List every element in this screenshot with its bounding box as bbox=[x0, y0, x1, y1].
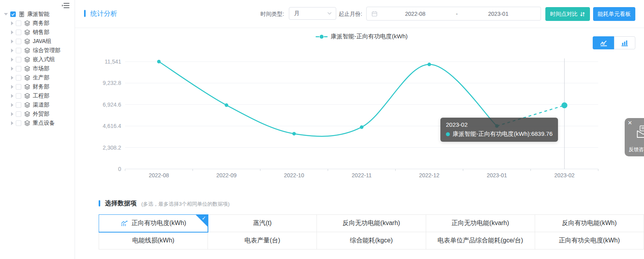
caret-right-icon[interactable] bbox=[11, 49, 13, 53]
data-item-label: 蒸汽(t) bbox=[253, 219, 271, 227]
tree-node[interactable]: 重点设备 bbox=[0, 118, 75, 128]
layers-icon bbox=[24, 75, 30, 81]
caret-right-icon[interactable] bbox=[11, 67, 13, 71]
tree-node-root[interactable]: 康派智能 bbox=[0, 9, 75, 19]
checkbox-unchecked[interactable] bbox=[16, 84, 21, 90]
data-point-2022-10[interactable] bbox=[292, 132, 296, 135]
data-item-cell[interactable]: 反向有功电能(kWh) bbox=[535, 215, 644, 232]
tree-node[interactable]: 工程部 bbox=[0, 91, 75, 100]
data-item-cell[interactable]: 综合能耗(kgce) bbox=[317, 232, 426, 250]
y-axis-tick-label: 11,541 bbox=[105, 58, 121, 65]
caret-right-icon[interactable] bbox=[11, 30, 13, 34]
data-items-grid: 正向有功电度(kWh) ✓ 蒸汽(t) 反向无功电能(kvarh) 正向无功电能… bbox=[99, 214, 644, 250]
tree-node[interactable]: JAVA组 bbox=[0, 37, 75, 46]
caret-down-icon[interactable] bbox=[4, 13, 8, 15]
legend-label: 康派智能-正向有功电度(kWh) bbox=[331, 33, 408, 40]
layers-icon bbox=[24, 47, 30, 54]
month-range-picker[interactable]: 2022-08 - 2023-01 bbox=[366, 7, 541, 21]
data-point-2022-12[interactable] bbox=[427, 63, 431, 66]
data-item-label: 正向有功尖电度(kWh) bbox=[559, 236, 620, 245]
layers-icon bbox=[24, 84, 30, 90]
tree-node[interactable]: 综合管理部 bbox=[0, 46, 75, 55]
tree-node[interactable]: 生产部 bbox=[0, 73, 75, 82]
tree-node-label: 商务部 bbox=[33, 20, 49, 27]
tree-node-label: 工程部 bbox=[33, 92, 49, 99]
y-axis-tick-label: 4,616.4 bbox=[103, 123, 121, 129]
checkbox-unchecked[interactable] bbox=[16, 39, 21, 44]
data-point-2022-11[interactable] bbox=[360, 125, 363, 129]
data-point-2022-09[interactable] bbox=[225, 103, 228, 107]
checkbox-unchecked[interactable] bbox=[16, 75, 21, 81]
caret-right-icon[interactable] bbox=[11, 112, 13, 116]
data-item-cell[interactable]: 电表产量(台) bbox=[208, 232, 317, 250]
layers-icon bbox=[24, 38, 30, 45]
checkbox-unchecked[interactable] bbox=[16, 57, 21, 62]
data-item-label: 电能线损(kWh) bbox=[132, 236, 174, 245]
y-axis-tick-label: 0 bbox=[118, 166, 121, 172]
corner-check-icon: ✓ bbox=[202, 215, 206, 221]
range-end-input[interactable]: 2023-01 bbox=[461, 11, 536, 17]
close-icon[interactable]: × bbox=[628, 119, 632, 127]
y-axis-tick-label: 2,308.2 bbox=[103, 145, 121, 151]
caret-right-icon[interactable] bbox=[11, 85, 13, 89]
selector-note: (多选，最多选择3个相同单位的数据项) bbox=[141, 201, 230, 208]
feedback-envelope-icon bbox=[636, 125, 644, 139]
y-axis-tick-label: 9,232.8 bbox=[103, 80, 121, 86]
bar-chart-toggle-button[interactable] bbox=[614, 36, 635, 49]
chart-area[interactable]: 02,308.24,616.46,924.69,232.811,5412022-… bbox=[75, 28, 644, 186]
tree-node[interactable]: 商务部 bbox=[0, 19, 75, 28]
range-start-input[interactable]: 2022-08 bbox=[378, 11, 453, 17]
caret-right-icon[interactable] bbox=[11, 39, 13, 43]
checkbox-unchecked[interactable] bbox=[16, 48, 21, 53]
data-item-cell[interactable]: 反向无功电能(kvarh) bbox=[317, 215, 426, 232]
data-point-2023-02[interactable] bbox=[562, 102, 567, 108]
x-axis-label: 2022-12 bbox=[419, 172, 440, 178]
checkbox-unchecked[interactable] bbox=[16, 30, 21, 35]
feedback-widget[interactable]: × 反馈咨询 bbox=[625, 118, 644, 156]
tree-node-label: 销售部 bbox=[33, 29, 49, 36]
collapse-sidebar-button[interactable] bbox=[62, 2, 70, 9]
checkbox-unchecked[interactable] bbox=[16, 102, 21, 108]
caret-right-icon[interactable] bbox=[11, 94, 13, 98]
tree-node[interactable]: 销售部 bbox=[0, 28, 75, 37]
data-item-cell[interactable]: 蒸汽(t) bbox=[208, 215, 317, 232]
time-point-compare-button[interactable]: 时间点对比 bbox=[545, 7, 590, 21]
data-item-label: 反向无功电能(kvarh) bbox=[343, 219, 400, 227]
data-item-cell[interactable]: 电能线损(kWh) bbox=[99, 232, 208, 250]
caret-right-icon[interactable] bbox=[11, 103, 13, 107]
tree-node[interactable]: 渠道部 bbox=[0, 100, 75, 109]
caret-right-icon[interactable] bbox=[11, 21, 13, 25]
data-point-2022-08[interactable] bbox=[157, 60, 161, 64]
layers-icon bbox=[24, 29, 30, 36]
trend-chart-icon bbox=[120, 220, 128, 227]
checkbox-unchecked[interactable] bbox=[16, 21, 21, 26]
tree-node[interactable]: 外贸部 bbox=[0, 109, 75, 118]
selector-title: 选择数据项 bbox=[105, 199, 137, 208]
line-chart-toggle-button[interactable] bbox=[593, 36, 614, 49]
caret-right-icon[interactable] bbox=[11, 58, 13, 62]
data-item-cell[interactable]: 电表单位产品综合能耗(gce/台) bbox=[426, 232, 535, 250]
energy-unit-board-button[interactable]: 能耗单元看板 bbox=[593, 7, 635, 21]
caret-right-icon[interactable] bbox=[11, 121, 13, 125]
tree-node[interactable]: 财务部 bbox=[0, 82, 75, 91]
chart-legend: 康派智能-正向有功电度(kWh) bbox=[125, 33, 598, 41]
line-chart[interactable]: 02,308.24,616.46,924.69,232.811,5412022-… bbox=[75, 28, 644, 186]
checkbox-unchecked[interactable] bbox=[16, 66, 21, 71]
tree-node[interactable]: 嵌入式组 bbox=[0, 55, 75, 64]
chart-type-toggle bbox=[593, 36, 635, 49]
data-item-cell[interactable]: 正向无功电能(kvarh) bbox=[426, 215, 535, 232]
tree-node-label: 康派智能 bbox=[27, 11, 49, 18]
layers-icon bbox=[24, 56, 30, 63]
data-item-cell-selected[interactable]: 正向有功电度(kWh) ✓ bbox=[99, 215, 208, 232]
checkbox-unchecked[interactable] bbox=[16, 111, 21, 117]
time-type-select[interactable]: 月 bbox=[289, 7, 336, 20]
caret-right-icon[interactable] bbox=[11, 76, 13, 80]
y-axis-tick-label: 6,924.6 bbox=[103, 101, 121, 108]
tree-node-label: 综合管理部 bbox=[33, 47, 60, 54]
checkbox-unchecked[interactable] bbox=[16, 93, 21, 99]
legend-item[interactable]: 康派智能-正向有功电度(kWh) bbox=[316, 33, 408, 40]
tree-node[interactable]: 市场部 bbox=[0, 64, 75, 73]
checkbox-checked[interactable] bbox=[10, 11, 16, 17]
checkbox-unchecked[interactable] bbox=[16, 120, 21, 126]
data-item-cell[interactable]: 正向有功尖电度(kWh) bbox=[535, 232, 644, 250]
